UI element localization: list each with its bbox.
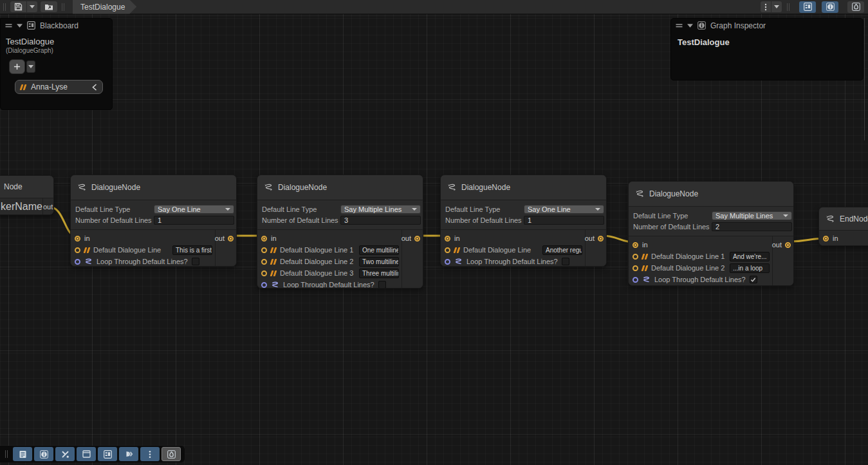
kebab-menu-icon — [149, 450, 151, 459]
dialogue-node-1[interactable]: DialogueNode Default Line Type Say One L… — [70, 175, 237, 267]
collapse-arrow-icon[interactable] — [17, 24, 23, 28]
loop-icon — [271, 281, 279, 289]
out-port[interactable] — [598, 236, 604, 242]
line-text-field[interactable]: Another regu — [542, 245, 582, 255]
line-type-label: Default Line Type — [262, 205, 317, 213]
end-node-icon — [826, 215, 835, 223]
in-port[interactable] — [261, 236, 267, 242]
line-port[interactable] — [445, 247, 450, 253]
loop-checkbox[interactable] — [562, 258, 569, 265]
in-port[interactable] — [75, 236, 80, 242]
collapse-arrow-icon[interactable] — [687, 24, 693, 28]
line-port[interactable] — [633, 265, 638, 271]
out-port[interactable] — [785, 242, 791, 248]
plus-icon — [14, 63, 21, 70]
line-text-field[interactable]: And we're... — [730, 252, 770, 261]
line-port[interactable] — [261, 259, 267, 265]
line-port[interactable] — [261, 270, 267, 276]
line-type-dropdown[interactable]: Say One Line — [154, 205, 234, 214]
line-text-field[interactable]: One multiline — [359, 245, 399, 255]
toolbar-drag-handle[interactable] — [5, 450, 8, 458]
line-text-field[interactable]: ...in a loop — [730, 263, 770, 273]
loop-port[interactable] — [261, 282, 267, 288]
save-button[interactable] — [10, 1, 26, 12]
line-label: Default Dialogue Line 1 — [651, 252, 725, 260]
out-port[interactable] — [414, 236, 420, 242]
line-text-field[interactable]: This is a first — [172, 245, 212, 255]
dialogue-node-4[interactable]: DialogueNode Default Line Type Say Multi… — [628, 181, 794, 286]
line-port[interactable] — [75, 247, 80, 253]
play-chevrons-icon — [124, 450, 133, 458]
count-label: Number of Default Lines — [262, 216, 338, 224]
add-property-dropdown[interactable] — [26, 61, 35, 73]
overflow-menu-button[interactable] — [761, 1, 771, 12]
in-port[interactable] — [823, 236, 829, 242]
open-asset-button[interactable] — [41, 1, 57, 12]
toolbar-drag-handle[interactable] — [3, 3, 6, 11]
panel-resize-line[interactable] — [864, 18, 865, 140]
save-options-dropdown[interactable] — [27, 1, 37, 12]
in-port[interactable] — [633, 242, 638, 248]
toggle-inspector-button[interactable] — [822, 1, 838, 13]
in-port-label: in — [271, 234, 277, 242]
quote-icon — [454, 247, 461, 253]
line-text-field[interactable]: Three multilin — [359, 269, 399, 278]
console-button[interactable] — [13, 447, 32, 461]
document-list-icon — [19, 450, 27, 459]
loop-checkbox[interactable] — [192, 258, 199, 265]
in-port[interactable] — [445, 236, 450, 242]
toggle-blackboard-button[interactable] — [799, 1, 816, 13]
count-field[interactable]: 3 — [340, 216, 421, 225]
more-options-button[interactable] — [140, 447, 160, 461]
speaker-node[interactable]: Node kerName out — [0, 175, 54, 215]
loop-checkbox[interactable] — [378, 281, 386, 289]
add-property-button[interactable] — [9, 59, 25, 74]
loop-port[interactable] — [75, 259, 80, 265]
quote-icon — [84, 247, 91, 253]
count-field[interactable]: 1 — [154, 216, 234, 225]
kebab-menu-icon — [764, 3, 767, 11]
tools-button[interactable] — [55, 447, 75, 461]
loop-checkbox[interactable] — [750, 276, 757, 283]
inspector-button[interactable] — [34, 447, 53, 461]
line-type-dropdown[interactable]: Say Multiple Lines — [340, 205, 421, 214]
line-port[interactable] — [261, 247, 267, 253]
loop-icon — [454, 258, 463, 265]
overflow-menu-dropdown[interactable] — [771, 1, 782, 12]
line-type-dropdown[interactable]: Say One Line — [524, 205, 604, 214]
node-title: Node — [4, 182, 23, 191]
debugger-flame-button[interactable] — [162, 447, 181, 461]
node-title: DialogueNode — [278, 183, 327, 192]
loop-icon — [642, 276, 651, 283]
in-port-label: in — [642, 241, 648, 249]
count-label: Number of Default Lines — [445, 216, 522, 224]
drag-handle-icon[interactable] — [676, 23, 683, 28]
toggle-debugger-button[interactable] — [847, 1, 864, 13]
out-port[interactable] — [228, 236, 234, 242]
in-port-label: in — [84, 234, 90, 242]
line-text-field[interactable]: Two multiline — [359, 257, 399, 267]
quote-icon — [20, 84, 27, 90]
loop-port[interactable] — [633, 277, 638, 283]
window-button[interactable] — [77, 447, 96, 461]
tab-testdialogue[interactable]: TestDialogue — [73, 0, 136, 14]
line-type-label: Default Line Type — [445, 205, 500, 213]
quote-icon — [642, 254, 649, 260]
count-field[interactable]: 2 — [712, 222, 792, 231]
loop-label: Loop Through Default Lines? — [97, 258, 188, 265]
dialogue-node-2[interactable]: DialogueNode Default Line Type Say Multi… — [257, 175, 423, 289]
quote-icon — [642, 265, 649, 271]
count-field[interactable]: 1 — [524, 216, 604, 225]
loop-port[interactable] — [445, 259, 450, 265]
blackboard-button[interactable] — [98, 447, 117, 461]
line-type-dropdown[interactable]: Say Multiple Lines — [712, 211, 792, 220]
chevron-left-icon[interactable] — [92, 84, 97, 91]
line-type-label: Default Line Type — [633, 212, 688, 220]
dialogue-node-3[interactable]: DialogueNode Default Line Type Say One L… — [440, 175, 607, 267]
line-port[interactable] — [633, 254, 638, 260]
drag-handle-icon[interactable] — [5, 23, 12, 28]
playmode-debug-button[interactable] — [119, 447, 138, 461]
end-node[interactable]: EndNode in — [818, 207, 868, 246]
out-port-label: out — [585, 234, 595, 242]
blackboard-property[interactable]: Anna-Lyse — [15, 80, 103, 94]
